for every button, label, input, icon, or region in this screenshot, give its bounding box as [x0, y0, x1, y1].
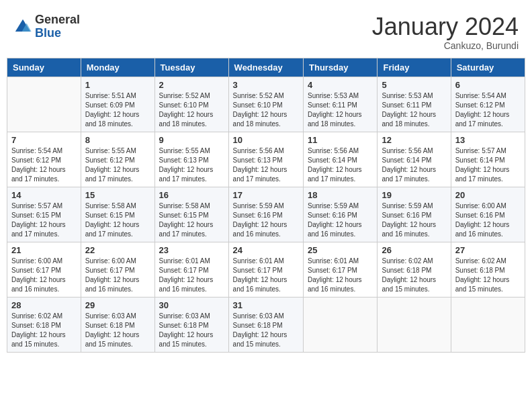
day-info: Sunrise: 5:56 AMSunset: 6:14 PMDaylight:…	[382, 146, 446, 184]
calendar-cell: 3Sunrise: 5:52 AMSunset: 6:10 PMDaylight…	[228, 77, 303, 132]
day-number: 20	[455, 190, 521, 200]
calendar-week-row: 7Sunrise: 5:54 AMSunset: 6:12 PMDaylight…	[7, 132, 525, 187]
day-number: 22	[85, 245, 150, 255]
calendar-cell: 13Sunrise: 5:57 AMSunset: 6:14 PMDayligh…	[451, 132, 525, 187]
calendar-cell: 17Sunrise: 5:59 AMSunset: 6:16 PMDayligh…	[228, 187, 303, 242]
calendar-cell: 31Sunrise: 6:03 AMSunset: 6:18 PMDayligh…	[228, 297, 303, 352]
day-number: 8	[85, 135, 150, 145]
col-header-friday: Friday	[378, 58, 451, 77]
calendar-cell: 26Sunrise: 6:02 AMSunset: 6:18 PMDayligh…	[378, 242, 451, 297]
day-number: 29	[85, 300, 150, 310]
calendar-cell: 22Sunrise: 6:00 AMSunset: 6:17 PMDayligh…	[81, 242, 154, 297]
day-info: Sunrise: 5:53 AMSunset: 6:11 PMDaylight:…	[308, 91, 373, 129]
day-info: Sunrise: 6:03 AMSunset: 6:18 PMDaylight:…	[233, 312, 299, 349]
day-info: Sunrise: 5:56 AMSunset: 6:13 PMDaylight:…	[233, 146, 299, 184]
logo-icon	[13, 17, 32, 36]
day-info: Sunrise: 6:01 AMSunset: 6:17 PMDaylight:…	[233, 257, 299, 294]
day-number: 3	[233, 80, 299, 90]
day-number: 25	[308, 245, 373, 255]
day-info: Sunrise: 6:00 AMSunset: 6:17 PMDaylight:…	[85, 257, 150, 294]
day-number: 28	[11, 300, 77, 310]
day-number: 15	[85, 190, 150, 200]
calendar-cell: 1Sunrise: 5:51 AMSunset: 6:09 PMDaylight…	[81, 77, 154, 132]
calendar-week-row: 28Sunrise: 6:02 AMSunset: 6:18 PMDayligh…	[7, 297, 525, 352]
day-info: Sunrise: 6:03 AMSunset: 6:18 PMDaylight:…	[159, 312, 224, 349]
calendar-week-row: 14Sunrise: 5:57 AMSunset: 6:15 PMDayligh…	[7, 187, 525, 242]
calendar-cell: 29Sunrise: 6:03 AMSunset: 6:18 PMDayligh…	[81, 297, 154, 352]
day-info: Sunrise: 6:01 AMSunset: 6:17 PMDaylight:…	[308, 257, 373, 294]
col-header-thursday: Thursday	[304, 58, 378, 77]
day-number: 19	[382, 190, 446, 200]
day-number: 24	[233, 245, 299, 255]
day-info: Sunrise: 5:56 AMSunset: 6:14 PMDaylight:…	[308, 146, 373, 184]
col-header-wednesday: Wednesday	[228, 58, 303, 77]
day-number: 14	[11, 190, 77, 200]
calendar-cell	[451, 297, 525, 352]
day-number: 13	[455, 135, 521, 145]
day-info: Sunrise: 6:00 AMSunset: 6:17 PMDaylight:…	[11, 257, 77, 294]
location-subtitle: Cankuzo, Burundi	[372, 40, 519, 51]
day-info: Sunrise: 6:00 AMSunset: 6:16 PMDaylight:…	[455, 201, 521, 239]
calendar-cell: 11Sunrise: 5:56 AMSunset: 6:14 PMDayligh…	[304, 132, 378, 187]
day-info: Sunrise: 5:53 AMSunset: 6:11 PMDaylight:…	[382, 91, 446, 129]
day-info: Sunrise: 5:57 AMSunset: 6:15 PMDaylight:…	[11, 201, 77, 239]
day-info: Sunrise: 5:55 AMSunset: 6:12 PMDaylight:…	[85, 146, 150, 184]
day-info: Sunrise: 5:58 AMSunset: 6:15 PMDaylight:…	[85, 201, 150, 239]
day-number: 30	[159, 300, 224, 310]
day-info: Sunrise: 5:55 AMSunset: 6:13 PMDaylight:…	[159, 146, 224, 184]
day-info: Sunrise: 6:02 AMSunset: 6:18 PMDaylight:…	[11, 312, 77, 349]
day-number: 16	[159, 190, 224, 200]
calendar-cell: 7Sunrise: 5:54 AMSunset: 6:12 PMDaylight…	[7, 132, 81, 187]
day-number: 5	[382, 80, 446, 90]
day-number: 21	[11, 245, 77, 255]
calendar-cell: 6Sunrise: 5:54 AMSunset: 6:12 PMDaylight…	[451, 77, 525, 132]
col-header-tuesday: Tuesday	[154, 58, 228, 77]
day-info: Sunrise: 6:03 AMSunset: 6:18 PMDaylight:…	[85, 312, 150, 349]
calendar-cell: 18Sunrise: 5:59 AMSunset: 6:16 PMDayligh…	[304, 187, 378, 242]
col-header-saturday: Saturday	[451, 58, 525, 77]
day-info: Sunrise: 6:01 AMSunset: 6:17 PMDaylight:…	[159, 257, 224, 294]
day-info: Sunrise: 5:59 AMSunset: 6:16 PMDaylight:…	[308, 201, 373, 239]
calendar-cell: 27Sunrise: 6:02 AMSunset: 6:18 PMDayligh…	[451, 242, 525, 297]
day-number: 2	[159, 80, 224, 90]
calendar-cell: 16Sunrise: 5:58 AMSunset: 6:15 PMDayligh…	[154, 187, 228, 242]
day-info: Sunrise: 5:54 AMSunset: 6:12 PMDaylight:…	[455, 91, 521, 129]
calendar-cell: 20Sunrise: 6:00 AMSunset: 6:16 PMDayligh…	[451, 187, 525, 242]
day-number: 10	[233, 135, 299, 145]
day-number: 6	[455, 80, 521, 90]
calendar-cell: 10Sunrise: 5:56 AMSunset: 6:13 PMDayligh…	[228, 132, 303, 187]
calendar-cell	[304, 297, 378, 352]
day-info: Sunrise: 5:58 AMSunset: 6:15 PMDaylight:…	[159, 201, 224, 239]
day-info: Sunrise: 5:52 AMSunset: 6:10 PMDaylight:…	[159, 91, 224, 129]
calendar-cell	[7, 77, 81, 132]
calendar-week-row: 21Sunrise: 6:00 AMSunset: 6:17 PMDayligh…	[7, 242, 525, 297]
day-number: 31	[233, 300, 299, 310]
day-info: Sunrise: 5:59 AMSunset: 6:16 PMDaylight:…	[233, 201, 299, 239]
calendar-cell: 19Sunrise: 5:59 AMSunset: 6:16 PMDayligh…	[378, 187, 451, 242]
calendar-cell: 8Sunrise: 5:55 AMSunset: 6:12 PMDaylight…	[81, 132, 154, 187]
day-info: Sunrise: 6:02 AMSunset: 6:18 PMDaylight:…	[382, 257, 446, 294]
calendar-cell: 12Sunrise: 5:56 AMSunset: 6:14 PMDayligh…	[378, 132, 451, 187]
day-number: 11	[308, 135, 373, 145]
day-number: 4	[308, 80, 373, 90]
logo-blue-text: Blue	[35, 27, 80, 40]
page-header: General Blue January 2024 Cankuzo, Burun…	[7, 7, 525, 54]
logo-general-text: General	[35, 13, 80, 27]
day-info: Sunrise: 5:59 AMSunset: 6:16 PMDaylight:…	[382, 201, 446, 239]
calendar-cell: 14Sunrise: 5:57 AMSunset: 6:15 PMDayligh…	[7, 187, 81, 242]
calendar-cell: 28Sunrise: 6:02 AMSunset: 6:18 PMDayligh…	[7, 297, 81, 352]
col-header-sunday: Sunday	[7, 58, 81, 77]
day-number: 17	[233, 190, 299, 200]
calendar-cell: 25Sunrise: 6:01 AMSunset: 6:17 PMDayligh…	[304, 242, 378, 297]
day-number: 23	[159, 245, 224, 255]
day-number: 9	[159, 135, 224, 145]
day-number: 26	[382, 245, 446, 255]
calendar-week-row: 1Sunrise: 5:51 AMSunset: 6:09 PMDaylight…	[7, 77, 525, 132]
calendar-cell: 2Sunrise: 5:52 AMSunset: 6:10 PMDaylight…	[154, 77, 228, 132]
calendar-cell: 24Sunrise: 6:01 AMSunset: 6:17 PMDayligh…	[228, 242, 303, 297]
month-title: January 2024	[372, 13, 519, 40]
day-number: 18	[308, 190, 373, 200]
calendar-cell	[378, 297, 451, 352]
title-block: January 2024 Cankuzo, Burundi	[372, 13, 519, 51]
logo: General Blue	[13, 13, 80, 40]
